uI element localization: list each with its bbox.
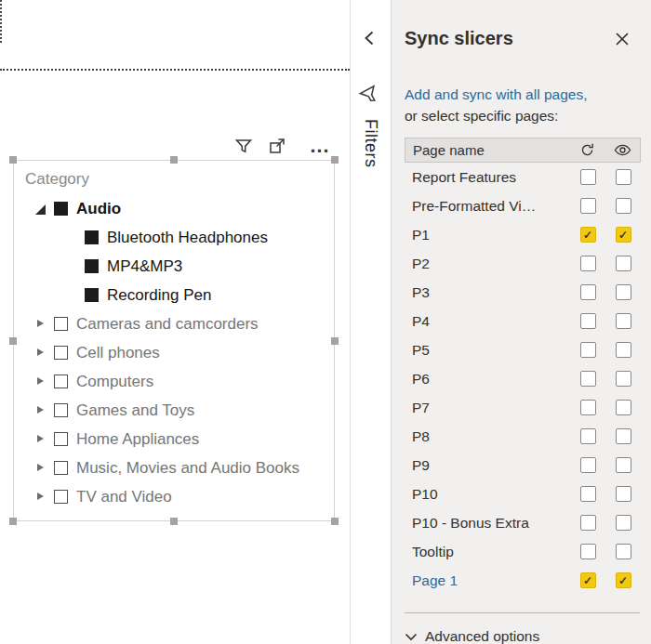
page-name: P9	[405, 457, 570, 474]
visible-checkbox[interactable]	[616, 169, 631, 185]
slicer-item-checkbox[interactable]	[54, 461, 68, 475]
page-row: P10 - Bonus Extra	[405, 508, 641, 537]
slicer-item-label: Games and Toys	[76, 401, 194, 420]
slicer-item-checkbox[interactable]	[54, 403, 68, 417]
page-row: P3	[405, 278, 641, 307]
visible-checkbox[interactable]	[616, 400, 631, 415]
slicer-title: Category	[25, 170, 323, 189]
visible-checkbox[interactable]	[616, 457, 631, 473]
sync-checkbox[interactable]	[580, 256, 596, 271]
page-name: P3	[405, 284, 570, 301]
resize-handle[interactable]	[331, 156, 339, 164]
slicer-item-label: Cameras and camcorders	[76, 315, 259, 334]
resize-handle[interactable]	[331, 337, 339, 345]
focus-mode-icon[interactable]	[265, 134, 289, 158]
visible-checkbox[interactable]	[616, 284, 631, 300]
expand-icon[interactable]	[34, 491, 46, 503]
sync-checkbox[interactable]	[580, 371, 596, 387]
sync-checkbox[interactable]	[580, 486, 596, 502]
page-row: P1✓✓	[405, 220, 641, 249]
category-slicer[interactable]: Category AudioBluetooth HeadphonesMP4&MP…	[13, 160, 335, 521]
visible-checkbox[interactable]	[616, 198, 631, 214]
pages-table-header: Page name	[405, 138, 641, 163]
visible-checkbox[interactable]	[616, 486, 631, 502]
sync-checkbox[interactable]: ✓	[580, 572, 596, 588]
resize-handle[interactable]	[170, 156, 178, 164]
visible-checkbox[interactable]	[616, 256, 631, 271]
slicer-item[interactable]: Home Appliances	[25, 425, 323, 453]
slicer-item-checkbox[interactable]	[54, 346, 68, 360]
slicer-item[interactable]: Cell phones	[25, 338, 323, 367]
sync-column-header	[569, 142, 604, 158]
visible-checkbox[interactable]	[616, 342, 631, 358]
visible-checkbox[interactable]: ✓	[616, 572, 631, 588]
advanced-options-label: Advanced options	[425, 628, 539, 644]
slicer-item[interactable]: Recording Pen	[25, 281, 323, 309]
sync-checkbox[interactable]	[580, 457, 596, 473]
close-icon[interactable]	[614, 31, 631, 47]
filters-pane-label: Filters	[361, 119, 380, 168]
slicer-item-label: TV and Video	[76, 488, 172, 506]
slicer-item-label: Music, Movies and Audio Books	[76, 459, 299, 478]
slicer-item-checkbox[interactable]	[54, 317, 68, 331]
visible-checkbox[interactable]	[616, 515, 631, 531]
resize-handle[interactable]	[170, 518, 178, 525]
visible-checkbox[interactable]: ✓	[616, 227, 631, 243]
slicer-item-checkbox[interactable]	[85, 230, 99, 244]
slicer-item-checkbox[interactable]	[85, 259, 99, 273]
sync-checkbox[interactable]	[580, 428, 596, 444]
slicer-item-checkbox[interactable]	[85, 288, 99, 302]
expand-icon[interactable]	[34, 375, 46, 388]
advanced-options-section[interactable]: Advanced options	[405, 628, 539, 644]
pages-table: Page name Report FeaturesPre-Formatted V…	[405, 138, 641, 595]
resize-handle[interactable]	[9, 156, 17, 164]
slicer-item[interactable]: Cameras and camcorders	[25, 309, 323, 338]
slicer-item[interactable]: Audio	[25, 194, 323, 223]
filters-pane-collapsed[interactable]: Filters	[350, 0, 391, 644]
visible-checkbox[interactable]	[616, 371, 631, 387]
expand-icon[interactable]	[34, 404, 46, 416]
sync-checkbox[interactable]	[580, 544, 596, 559]
sync-checkbox[interactable]	[580, 284, 596, 300]
slicer-item[interactable]: Games and Toys	[25, 396, 323, 425]
slicer-item[interactable]: MP4&MP3	[25, 252, 323, 281]
sync-checkbox[interactable]	[580, 198, 596, 214]
slicer-item-label: MP4&MP3	[107, 257, 182, 276]
sync-checkbox[interactable]	[580, 313, 596, 329]
page-name: P10 - Bonus Extra	[405, 515, 570, 532]
slicer-item[interactable]: TV and Video	[25, 482, 323, 511]
visual-filter-icon[interactable]	[232, 134, 256, 158]
visible-checkbox[interactable]	[616, 544, 631, 559]
slicer-item[interactable]: Music, Movies and Audio Books	[25, 453, 323, 482]
page-name: P6	[405, 371, 570, 388]
slicer-item[interactable]: Bluetooth Headphones	[25, 223, 323, 252]
page-name: P10	[405, 486, 570, 503]
sync-all-pages-link[interactable]: Add and sync with all pages,	[405, 86, 587, 103]
filter-funnel-icon[interactable]	[356, 82, 384, 110]
page-name: P8	[405, 428, 570, 445]
sync-checkbox[interactable]	[580, 515, 596, 531]
more-options-icon[interactable]: …	[308, 134, 332, 158]
expand-icon[interactable]	[34, 347, 46, 359]
resize-handle[interactable]	[9, 518, 17, 525]
sync-checkbox[interactable]	[580, 342, 596, 358]
collapse-pane-icon[interactable]	[361, 29, 379, 47]
resize-handle[interactable]	[331, 518, 339, 525]
slicer-item-checkbox[interactable]	[54, 375, 68, 388]
sync-checkbox[interactable]: ✓	[580, 227, 596, 243]
resize-handle[interactable]	[9, 337, 17, 345]
expand-icon[interactable]	[34, 318, 46, 330]
collapse-icon[interactable]	[34, 203, 46, 215]
slicer-item-checkbox[interactable]	[54, 432, 68, 446]
expand-icon[interactable]	[34, 462, 46, 474]
slicer-item-checkbox[interactable]	[54, 490, 68, 504]
visible-checkbox[interactable]	[616, 428, 631, 444]
slicer-item-checkbox[interactable]	[54, 202, 68, 216]
visible-checkbox[interactable]	[616, 313, 631, 329]
sync-checkbox[interactable]	[580, 169, 596, 185]
expand-icon[interactable]	[34, 433, 46, 445]
sync-checkbox[interactable]	[580, 400, 596, 415]
slicer-item[interactable]: Computers	[25, 367, 323, 396]
canvas-edge-guide	[0, 0, 2, 43]
page-row: P6	[405, 364, 641, 393]
